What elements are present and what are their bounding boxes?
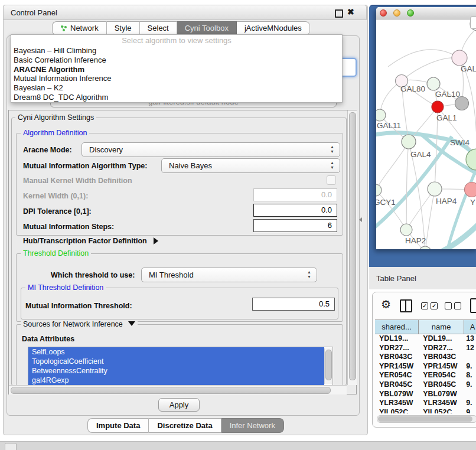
zoom-traffic-light-icon[interactable] bbox=[407, 9, 414, 17]
stepper-icon: ▲▼ bbox=[330, 161, 334, 170]
close-traffic-light-icon[interactable] bbox=[380, 9, 387, 17]
network-node-hap2[interactable] bbox=[400, 224, 412, 236]
export-table-icon[interactable] bbox=[470, 298, 476, 313]
table-cell: 9. bbox=[464, 408, 476, 413]
table-row[interactable]: YBR043CYBR043C bbox=[375, 353, 476, 362]
node-label: GAL80 bbox=[400, 84, 425, 93]
mi-threshold-field[interactable]: 0.5 bbox=[252, 298, 335, 311]
algorithm-option[interactable]: ARACNE Algorithm bbox=[11, 65, 342, 74]
algorithm-option[interactable]: Bayesian – K2 bbox=[11, 83, 342, 93]
table-row[interactable]: YBL079WYBL079W bbox=[375, 390, 476, 399]
which-threshold-combo[interactable]: MI Threshold ▲▼ bbox=[141, 268, 317, 282]
table-row[interactable]: YIL052CYIL052C9. bbox=[375, 408, 476, 413]
network-window-titlebar[interactable] bbox=[376, 7, 476, 19]
sources-toggle[interactable]: Sources for Network Inference bbox=[21, 320, 138, 328]
table-horizontal-thumb[interactable] bbox=[378, 416, 472, 422]
attribute-list-item[interactable]: SelfLoops bbox=[28, 347, 324, 357]
settings-vertical-thumb[interactable] bbox=[349, 112, 356, 380]
data-attributes-list[interactable]: SelfLoopsTopologicalCoefficientBetweenne… bbox=[28, 347, 333, 386]
manual-kernel-checkbox[interactable] bbox=[327, 175, 336, 185]
table-row[interactable]: YLR345WYLR345W9. bbox=[375, 399, 476, 408]
node-label: SWI4 bbox=[450, 138, 470, 147]
algorithm-option[interactable]: Bayesian – Hill Climbing bbox=[11, 46, 342, 56]
bottom-tab-infer-network[interactable]: Infer Network bbox=[221, 418, 284, 433]
stepper-icon: ▲▼ bbox=[307, 270, 311, 279]
table-row[interactable]: YDL19...YDL19...13 bbox=[375, 334, 476, 344]
table-cell: 13 bbox=[464, 334, 476, 344]
table-horizontal-scrollbar[interactable] bbox=[377, 415, 476, 423]
screen: { "window": { "title": "Control Panel" }… bbox=[0, 0, 476, 450]
table-panel: ⚙ ✓✓ shared...nameA YDL19...YDL19...13YD… bbox=[372, 292, 476, 428]
tab-style[interactable]: Style bbox=[107, 21, 140, 35]
data-attributes-label: Data Attributes bbox=[22, 335, 74, 343]
dpi-tolerance-field[interactable]: 0.0 bbox=[253, 204, 337, 217]
hub-definition-toggle[interactable]: Hub/Transcription Factor Definition bbox=[23, 237, 158, 245]
deselect-all-icon[interactable] bbox=[445, 302, 461, 309]
algorithm-option[interactable]: Basic Correlation Inference bbox=[11, 56, 342, 65]
network-node-gal[interactable] bbox=[452, 50, 467, 66]
aracne-mode-combo[interactable]: Discovery ▲▼ bbox=[81, 142, 340, 157]
table-row[interactable]: YBR045CYBR045C9. bbox=[375, 380, 476, 390]
mi-type-combo[interactable]: Naive Bayes ▲▼ bbox=[161, 158, 340, 173]
table-row[interactable]: YDR27...YDR27...12 bbox=[375, 344, 476, 353]
bottom-tab-discretize-data[interactable]: Discretize Data bbox=[149, 418, 221, 433]
close-icon[interactable]: ✖ bbox=[347, 7, 354, 17]
network-node-gal10[interactable] bbox=[427, 77, 440, 90]
minimized-panel-button[interactable] bbox=[5, 443, 17, 450]
float-window-icon[interactable] bbox=[335, 9, 343, 18]
column-header[interactable]: shared... bbox=[375, 320, 419, 334]
sources-title: Sources for Network Inference bbox=[23, 320, 123, 328]
table-panel-titlebar: Table Panel bbox=[369, 267, 476, 289]
network-node[interactable] bbox=[419, 246, 431, 249]
control-panel-title: Control Panel bbox=[11, 8, 57, 17]
split-columns-icon[interactable] bbox=[400, 299, 412, 312]
table-toolbar: ⚙ ✓✓ bbox=[373, 296, 476, 315]
splitter-handle[interactable] bbox=[359, 217, 362, 222]
network-node-hap4[interactable] bbox=[428, 182, 442, 196]
tab-jactivemnodules[interactable]: jActiveMNodules bbox=[237, 21, 310, 35]
settings-horizontal-thumb[interactable] bbox=[11, 387, 331, 394]
table-cell: YPR145W bbox=[375, 362, 419, 371]
network-node-y[interactable] bbox=[465, 182, 476, 197]
network-icon bbox=[60, 25, 67, 32]
minimize-traffic-light-icon[interactable] bbox=[393, 9, 400, 17]
kernel-width-field[interactable]: 0.0 bbox=[253, 188, 337, 201]
network-node-gal11[interactable] bbox=[376, 109, 386, 121]
list-scrollbar[interactable] bbox=[324, 348, 332, 384]
settings-vertical-scrollbar[interactable] bbox=[347, 110, 357, 385]
table-cell bbox=[464, 390, 476, 399]
node-label: Y bbox=[470, 198, 475, 207]
table-row[interactable]: YER054CYER054C8. bbox=[375, 371, 476, 380]
tab-network[interactable]: Network bbox=[52, 21, 107, 35]
which-threshold-value: MI Threshold bbox=[149, 270, 194, 279]
column-header[interactable]: name bbox=[419, 320, 464, 334]
bottom-strip bbox=[0, 441, 476, 450]
mi-steps-field[interactable]: 6 bbox=[253, 219, 337, 232]
algorithm-option[interactable]: Mutual Information Inference bbox=[11, 74, 342, 83]
expand-right-icon bbox=[154, 237, 158, 244]
bottom-tab-impute-data[interactable]: Impute Data bbox=[87, 418, 149, 433]
tab-select[interactable]: Select bbox=[140, 21, 177, 35]
aracne-mode-label: Aracne Mode: bbox=[23, 146, 72, 154]
attribute-list-item[interactable]: BetweennessCentrality bbox=[28, 366, 324, 376]
gear-icon[interactable]: ⚙ bbox=[381, 296, 391, 313]
network-canvas[interactable]: GALGAL80GAL10GAL1GAL11GAL4SWI4GCY1HAP4YH… bbox=[376, 19, 476, 249]
attribute-list-item[interactable]: TopologicalCoefficient bbox=[28, 357, 324, 366]
apply-button[interactable]: Apply bbox=[158, 398, 200, 412]
network-node-labels: GALGAL80GAL10GAL1GAL11GAL4SWI4GCY1HAP4YH… bbox=[376, 64, 476, 245]
algorithm-option[interactable]: Dream8 DC_TDC Algorithm bbox=[11, 93, 342, 102]
network-node-gal1[interactable] bbox=[432, 101, 444, 113]
table-cell: 9. bbox=[464, 399, 476, 408]
network-node-gal4[interactable] bbox=[402, 135, 416, 149]
list-scrollbar-thumb[interactable] bbox=[325, 350, 332, 380]
attribute-list-item[interactable]: gal4RGexp bbox=[28, 376, 324, 385]
settings-horizontal-scrollbar[interactable] bbox=[9, 385, 347, 394]
select-all-icon[interactable]: ✓✓ bbox=[421, 302, 438, 309]
tab-cyni-toolbox[interactable]: Cyni Toolbox bbox=[177, 21, 237, 35]
network-node-gcy1[interactable] bbox=[376, 184, 382, 196]
table-row[interactable]: YPR145WYPR145W9. bbox=[375, 362, 476, 371]
table-cell: YBR045C bbox=[375, 380, 419, 390]
column-header[interactable]: A bbox=[464, 320, 476, 334]
table-cell: YBR043C bbox=[419, 353, 464, 362]
which-threshold-label: Which threshold to use: bbox=[51, 271, 135, 279]
